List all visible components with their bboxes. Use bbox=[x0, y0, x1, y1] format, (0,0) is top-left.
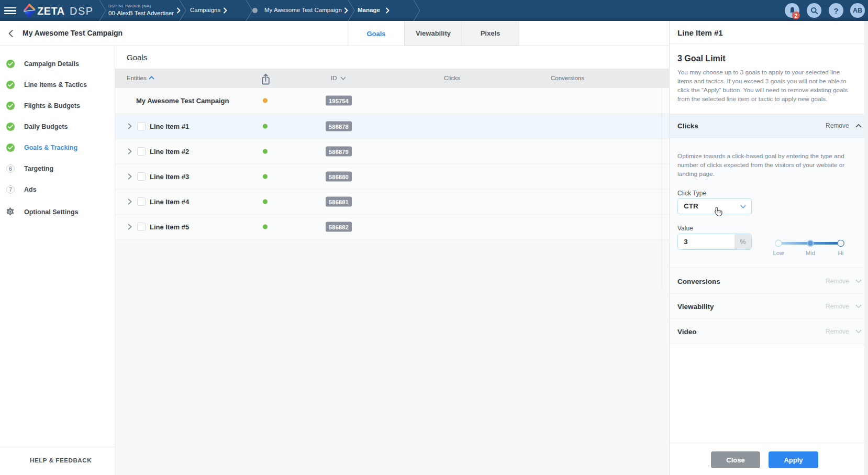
svg-text:Hi: Hi bbox=[838, 250, 844, 256]
svg-text:Low: Low bbox=[773, 250, 784, 256]
svg-text:Mid: Mid bbox=[806, 250, 816, 256]
